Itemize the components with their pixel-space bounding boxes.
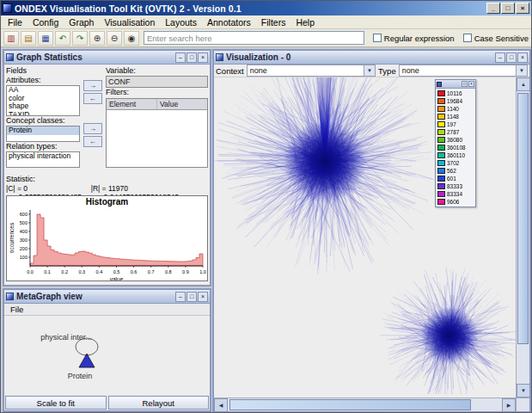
maximize-button[interactable]: □ [462, 81, 468, 87]
scroll-right-icon[interactable]: ▶ [502, 398, 516, 412]
legend-color-swatch [437, 168, 445, 174]
maximize-button[interactable]: □ [501, 3, 515, 14]
close-button[interactable]: × [516, 3, 529, 14]
minimize-button[interactable]: – [495, 52, 505, 63]
menu-annotators[interactable]: Annotators [202, 17, 256, 28]
metagraph-content: File physical inter... Protein Scale to … [4, 304, 210, 410]
legend-label: 1140 [447, 106, 459, 113]
remove-field-button[interactable]: ← [83, 93, 102, 104]
zoom-in-icon[interactable]: ⊕ [89, 31, 105, 46]
concept-classes-list[interactable]: Protein [6, 126, 80, 142]
visualization-titlebar[interactable]: Visualization - 0 –□× [214, 51, 529, 65]
close-button[interactable]: × [468, 81, 474, 87]
protein-node[interactable] [79, 354, 95, 367]
legend-color-swatch [437, 176, 445, 182]
vertical-scroll-thumb[interactable] [517, 93, 529, 344]
minimize-button[interactable]: _ [486, 3, 500, 14]
fields-label: Fields [6, 66, 80, 76]
legend-label: 36080 [447, 137, 462, 144]
metagraph-canvas[interactable]: physical inter... Protein [4, 316, 210, 395]
svg-text:0.9: 0.9 [182, 269, 189, 274]
redo-icon[interactable]: ↷ [72, 31, 88, 46]
filters-label: Filters: [106, 88, 208, 97]
add-field-button[interactable]: → [83, 80, 102, 91]
taxonomy-legend[interactable]: □× 1011619684114011481972787360803601083… [435, 79, 476, 207]
histogram-panel: Histogram 0.00.10.20.30.40.50.60.70.80.9… [6, 195, 208, 281]
scale-to-fit-button[interactable]: Scale to fit [5, 396, 107, 410]
menu-visualisation[interactable]: Visualisation [99, 17, 160, 28]
close-button[interactable]: × [517, 52, 528, 63]
graph-statistics-titlebar[interactable]: Graph Statistics –□× [4, 51, 210, 65]
regular-expression-checkbox[interactable] [373, 34, 382, 42]
list-item[interactable]: Protein [7, 126, 79, 135]
search-input[interactable] [144, 31, 364, 45]
menu-file[interactable]: File [6, 305, 28, 314]
frame-icon [6, 293, 14, 300]
svg-text:500: 500 [20, 220, 28, 225]
save-icon[interactable]: ▦ [38, 31, 53, 46]
undo-icon[interactable]: ↶ [55, 31, 70, 46]
scroll-down-icon[interactable]: ▼ [517, 384, 530, 398]
menu-file[interactable]: File [3, 17, 28, 28]
app-icon [3, 3, 12, 13]
svg-text:0.5: 0.5 [113, 269, 120, 274]
metagraph-buttons: Scale to fit Relayout [4, 395, 210, 410]
legend-titlebar[interactable]: □× [436, 80, 475, 89]
transfer-buttons-attributes: →← [83, 80, 102, 104]
vertical-scroll-track[interactable] [517, 91, 529, 384]
vertical-scrollbar[interactable]: ▲ ▼ [516, 77, 529, 398]
legend-item: 562 [437, 167, 474, 175]
case-sensitive-checkbox[interactable] [463, 34, 472, 42]
menu-config[interactable]: Config [28, 17, 64, 28]
maximize-button[interactable]: □ [187, 292, 197, 302]
relayout-button[interactable]: Relayout [108, 396, 210, 410]
zoom-out-icon[interactable]: ⊖ [107, 31, 122, 46]
horizontal-scroll-thumb[interactable] [229, 399, 471, 410]
variable-field[interactable]: CONF [106, 76, 208, 88]
list-item[interactable]: physical interaction [7, 152, 79, 161]
menubar: FileConfigGraphVisualisationLayoutsAnnot… [1, 15, 531, 29]
open-icon[interactable]: ▤ [21, 31, 36, 46]
menu-layouts[interactable]: Layouts [160, 17, 202, 28]
legend-item: 601 [437, 175, 474, 182]
horizontal-scrollbar[interactable]: ◀ ▶ [214, 398, 516, 411]
chevron-down-icon[interactable]: ▼ [364, 65, 375, 76]
svg-text:0.7: 0.7 [148, 269, 155, 274]
fields-row: Fields Attributes: AAcolorshapeTAXID Con… [6, 66, 208, 168]
chevron-down-icon[interactable]: ▼ [516, 65, 527, 76]
mdi-desktop: Graph Statistics –□× Fields Attributes: … [1, 47, 531, 412]
type-combo[interactable]: none ▼ [399, 65, 528, 77]
legend-label: 83334 [447, 191, 462, 198]
visualization-controls: –□× [495, 52, 528, 63]
statistic-label: Statistic: [6, 175, 35, 183]
metagraph-titlebar[interactable]: MetaGraph view –□× [4, 290, 210, 304]
remove-field-button[interactable]: ← [83, 136, 102, 147]
window-titlebar[interactable]: ONDEX Visualisation Tool Kit (OVTK) 2 - … [1, 1, 531, 15]
import-icon[interactable]: ▥ [3, 31, 19, 46]
graph-statistics-controls: –□× [175, 52, 208, 63]
horizontal-scroll-track[interactable] [228, 398, 502, 411]
frame-icon [437, 82, 442, 87]
visualization-title: Visualization - 0 [226, 52, 492, 62]
zoom-fit-icon[interactable]: ◉ [124, 31, 139, 46]
svg-text:200: 200 [20, 246, 28, 251]
add-field-button[interactable]: → [83, 123, 102, 134]
menu-graph[interactable]: Graph [64, 17, 99, 28]
close-button[interactable]: × [198, 52, 208, 63]
maximize-button[interactable]: □ [506, 52, 517, 63]
minimize-button[interactable]: – [175, 52, 186, 63]
menu-filters[interactable]: Filters [256, 17, 291, 28]
legend-label: 360108 [447, 145, 466, 151]
relation-types-list[interactable]: physical interaction [6, 151, 80, 168]
context-value: none [248, 66, 364, 75]
minimize-button[interactable]: – [175, 292, 186, 302]
maximize-button[interactable]: □ [187, 52, 197, 63]
scroll-left-icon[interactable]: ◀ [214, 398, 228, 412]
attributes-list[interactable]: AAcolorshapeTAXID [6, 85, 80, 116]
scroll-up-icon[interactable]: ▲ [517, 77, 530, 91]
filters-table[interactable]: ElementValue [106, 98, 208, 168]
metagraph-frame: MetaGraph view –□× File physical inter..… [3, 288, 211, 412]
context-combo[interactable]: none ▼ [247, 65, 376, 77]
menu-help[interactable]: Help [290, 17, 320, 28]
close-button[interactable]: × [198, 292, 208, 302]
